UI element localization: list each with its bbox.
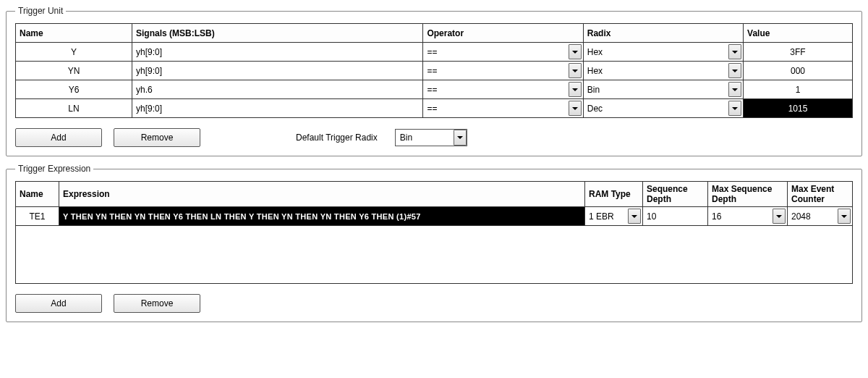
trigger-expression-controls: Add Remove (15, 294, 853, 313)
tu-signals-cell[interactable]: yh[9:0] (132, 43, 422, 62)
col-te-name: Name (16, 182, 59, 207)
tu-operator-value: == (427, 47, 437, 57)
tu-radix-cell[interactable]: Hex (583, 62, 743, 80)
col-signals: Signals (MSB:LSB) (132, 24, 422, 43)
trigger-unit-group: Trigger Unit Name Signals (MSB:LSB) Oper… (6, 6, 862, 156)
trigger-expression-legend: Trigger Expression (15, 164, 93, 174)
tu-radix-cell[interactable]: Hex (583, 43, 743, 62)
table-row: Y6 yh.6 == Bin 1 (16, 80, 853, 99)
col-name: Name (16, 24, 132, 43)
chevron-down-icon[interactable] (628, 209, 641, 224)
remove-button[interactable]: Remove (114, 128, 200, 147)
chevron-down-icon[interactable] (569, 44, 582, 59)
tu-signals-cell[interactable]: yh.6 (132, 80, 422, 99)
tu-radix-cell[interactable]: Dec (583, 99, 743, 118)
chevron-down-icon[interactable] (773, 209, 786, 224)
default-trigger-radix-value: Bin (396, 133, 454, 143)
te-ram-type-cell[interactable]: 1 EBR (585, 207, 643, 226)
tu-value-cell[interactable]: 3FF (744, 43, 853, 62)
tu-operator-value: == (427, 85, 437, 95)
tu-radix-value: Bin (587, 85, 600, 95)
tu-operator-cell[interactable]: == (423, 43, 583, 62)
table-row: YN yh[9:0] == Hex 000 (16, 62, 853, 80)
te-max-seq-depth-value: 16 (712, 211, 721, 222)
tu-value-cell[interactable]: 000 (744, 62, 853, 80)
tu-value-cell[interactable]: 1 (744, 80, 853, 99)
tu-operator-value: == (427, 66, 437, 76)
te-expression-cell[interactable]: Y THEN YN THEN YN THEN Y6 THEN LN THEN Y… (59, 207, 585, 226)
trigger-expression-group: Trigger Expression Name Expression RAM T… (6, 164, 862, 322)
tu-radix-cell[interactable]: Bin (583, 80, 743, 99)
trigger-unit-header-row: Name Signals (MSB:LSB) Operator Radix Va… (16, 24, 853, 43)
table-row: Y yh[9:0] == Hex 3FF (16, 43, 853, 62)
col-value: Value (744, 24, 853, 43)
col-te-seqd: Sequence Depth (643, 182, 708, 207)
tu-name-cell[interactable]: LN (16, 99, 132, 118)
default-trigger-radix-select[interactable]: Bin (395, 129, 467, 146)
te-max-event-counter-value: 2048 (791, 211, 811, 222)
table-row: LN yh[9:0] == Dec 1015 (16, 99, 853, 118)
tu-radix-value: Hex (587, 66, 603, 76)
chevron-down-icon[interactable] (569, 101, 582, 116)
tu-operator-cell[interactable]: == (423, 80, 583, 99)
tu-signals-cell[interactable]: yh[9:0] (132, 62, 422, 80)
trigger-expression-table: Name Expression RAM Type Sequence Depth … (15, 181, 853, 284)
chevron-down-icon[interactable] (728, 44, 741, 59)
chevron-down-icon[interactable] (728, 63, 741, 78)
remove-button[interactable]: Remove (114, 294, 200, 313)
add-button[interactable]: Add (15, 128, 102, 147)
chevron-down-icon[interactable] (454, 130, 467, 146)
chevron-down-icon[interactable] (838, 209, 851, 224)
tu-radix-value: Dec (587, 104, 603, 114)
tu-name-cell[interactable]: Y (16, 43, 132, 62)
te-max-seq-depth-cell[interactable]: 16 (708, 207, 788, 226)
tu-operator-value: == (427, 104, 437, 114)
te-ram-type-value: 1 EBR (589, 211, 614, 222)
tu-operator-cell[interactable]: == (423, 99, 583, 118)
tu-radix-value: Hex (587, 47, 603, 57)
chevron-down-icon[interactable] (728, 101, 741, 116)
col-te-expr: Expression (59, 182, 585, 207)
chevron-down-icon[interactable] (569, 82, 582, 97)
col-radix: Radix (583, 24, 743, 43)
tu-signals-cell[interactable]: yh[9:0] (132, 99, 422, 118)
tu-name-cell[interactable]: Y6 (16, 80, 132, 99)
trigger-unit-legend: Trigger Unit (15, 6, 66, 16)
table-row: TE1 Y THEN YN THEN YN THEN Y6 THEN LN TH… (16, 207, 853, 226)
table-empty-area (16, 226, 853, 284)
tu-name-cell[interactable]: YN (16, 62, 132, 80)
tu-value-cell[interactable]: 1015 (744, 99, 853, 118)
trigger-expression-header-row: Name Expression RAM Type Sequence Depth … (16, 182, 853, 207)
add-button[interactable]: Add (15, 294, 102, 313)
te-name-cell[interactable]: TE1 (16, 207, 59, 226)
col-te-ram: RAM Type (585, 182, 643, 207)
default-trigger-radix-label: Default Trigger Radix (296, 133, 378, 143)
trigger-unit-table: Name Signals (MSB:LSB) Operator Radix Va… (15, 23, 853, 118)
te-seq-depth-cell[interactable]: 10 (643, 207, 708, 226)
chevron-down-icon[interactable] (728, 82, 741, 97)
col-operator: Operator (423, 24, 583, 43)
chevron-down-icon[interactable] (569, 63, 582, 78)
trigger-unit-controls: Add Remove Default Trigger Radix Bin (15, 128, 853, 147)
col-te-maxev: Max Event Counter (788, 182, 853, 207)
col-te-maxseqd: Max Sequence Depth (708, 182, 788, 207)
te-max-event-counter-cell[interactable]: 2048 (788, 207, 853, 226)
tu-operator-cell[interactable]: == (423, 62, 583, 80)
